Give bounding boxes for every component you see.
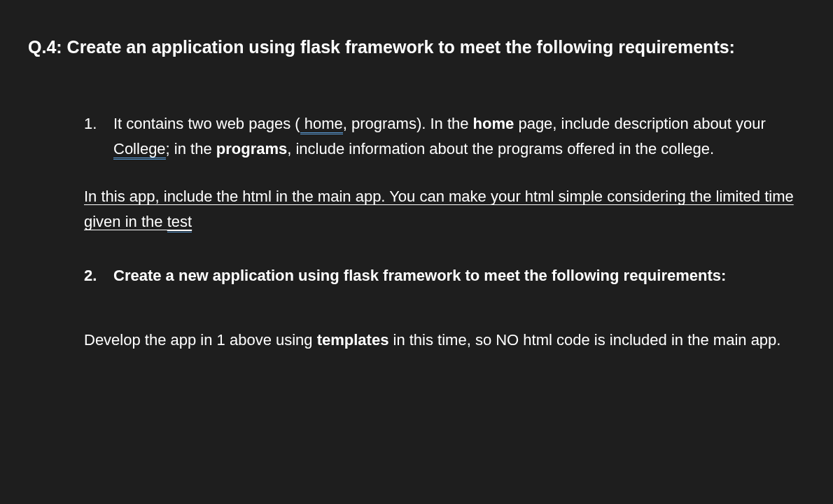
question-title: Create an application using flask framew… bbox=[67, 37, 735, 57]
templates-bold: templates bbox=[317, 331, 389, 349]
text: It contains two web pages ( bbox=[113, 115, 300, 132]
list-number-1: 1. bbox=[84, 111, 113, 162]
note-paragraph: In this app, include the html in the mai… bbox=[84, 184, 805, 235]
text: page, include description about your bbox=[514, 115, 766, 132]
programs-bold: programs bbox=[216, 140, 287, 158]
text: , include information about the programs… bbox=[287, 140, 714, 158]
text: ; in the bbox=[166, 140, 216, 158]
home-underlined: home bbox=[300, 115, 343, 134]
question-number: Q.4: bbox=[28, 37, 67, 57]
text: in this time, so NO html code is include… bbox=[388, 331, 780, 349]
college-underlined: College bbox=[113, 140, 166, 160]
list-item-1: 1. It contains two web pages ( home, pro… bbox=[84, 111, 805, 162]
question-heading: Q.4: Create an application using flask f… bbox=[28, 32, 805, 62]
test-underlined: test bbox=[167, 213, 192, 232]
text: , programs). In the bbox=[343, 115, 473, 132]
home-bold: home bbox=[473, 115, 514, 132]
list-body-2: Create a new application using flask fra… bbox=[113, 263, 805, 288]
followup-paragraph: Develop the app in 1 above using templat… bbox=[84, 328, 805, 353]
list-number-2: 2. bbox=[84, 263, 113, 288]
list-body-1: It contains two web pages ( home, progra… bbox=[113, 111, 805, 162]
question-body: 1. It contains two web pages ( home, pro… bbox=[28, 111, 805, 354]
list-item-2: 2. Create a new application using flask … bbox=[84, 263, 805, 288]
document-page: Q.4: Create an application using flask f… bbox=[0, 0, 833, 374]
text: Develop the app in 1 above using bbox=[84, 331, 317, 349]
